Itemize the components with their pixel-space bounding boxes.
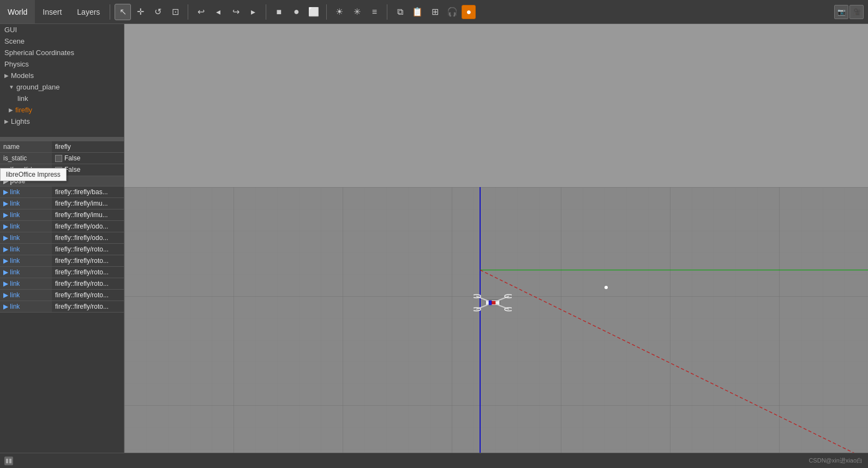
props-link-value-10: firefly::firefly/roto... [52, 289, 124, 301]
tree-label-gui: GUI [4, 26, 17, 34]
props-link-label-1: ▶ link [0, 186, 52, 197]
props-link-value-9: firefly::firefly/roto... [52, 278, 124, 289]
sun-light-button[interactable]: ☀ [331, 4, 348, 20]
spot-light-button[interactable]: ✳ [349, 4, 365, 20]
separator-4 [326, 4, 327, 20]
tree-label-scene: Scene [4, 37, 25, 45]
separator-5 [387, 4, 387, 20]
props-row-is-static: is_static False [0, 153, 124, 164]
copy-button[interactable]: ⧉ [392, 4, 408, 20]
props-row-name: name firefly [0, 141, 124, 153]
play-button[interactable]: ▮▮ [4, 457, 13, 465]
props-link-5[interactable]: ▶ link firefly::firefly/odo... [0, 232, 124, 243]
tree-label-lights: Lights [11, 117, 30, 125]
tree-item-lights[interactable]: ▶ Lights [0, 116, 124, 127]
tree-item-physics[interactable]: Physics [0, 58, 124, 70]
props-link-label-2: ▶ link [0, 197, 52, 209]
video-button[interactable]: 🎥 [849, 5, 864, 19]
select-tool-button[interactable]: ↖ [115, 4, 131, 20]
axis-origin [604, 286, 608, 289]
tree-item-spherical-coords[interactable]: Spherical Coordinates [0, 47, 124, 58]
toolbar-select-tools: ↖ ✛ ↺ ⊡ [112, 4, 185, 20]
separator-2 [188, 4, 188, 20]
undo-prev-button[interactable]: ◂ [210, 4, 226, 20]
props-link-6[interactable]: ▶ link firefly::firefly/roto... [0, 243, 124, 255]
tree-item-firefly[interactable]: ▶ firefly [0, 104, 124, 116]
props-link-value-7: firefly::firefly/roto... [52, 255, 124, 266]
toolbar-lights: ☀ ✳ ≡ [329, 4, 385, 20]
props-link-value-2: firefly::firefly/imu... [52, 197, 124, 209]
record-button[interactable]: ● [462, 5, 476, 19]
tree-item-link[interactable]: link [0, 93, 124, 104]
props-link-value-6: firefly::firefly/roto... [52, 243, 124, 255]
menu-tab-insert[interactable]: Insert [35, 0, 69, 23]
tree-item-models[interactable]: ▶ Models [0, 70, 124, 81]
redo-button[interactable]: ↪ [228, 4, 244, 20]
props-isstatic-label: is_static [0, 153, 52, 164]
toolbar-misc: ⧉ 📋 ⊞ 🎧 ● [390, 4, 478, 20]
redo-next-button[interactable]: ▸ [245, 4, 261, 20]
ground-plane [124, 187, 868, 453]
separator-1 [110, 4, 110, 20]
tree-arrow-lights: ▶ [4, 118, 9, 124]
main-layout: GUI Scene Spherical Coordinates Physics … [0, 24, 868, 453]
tree-label-models: Models [11, 71, 34, 80]
props-link-label-5: ▶ link [0, 232, 52, 243]
menu-tab-world[interactable]: World [0, 0, 35, 23]
sky-background [124, 24, 868, 187]
3d-viewport[interactable] [124, 24, 868, 453]
sphere-shape-button[interactable]: ● [288, 4, 304, 20]
is-static-checkbox[interactable] [55, 155, 62, 162]
props-table: name firefly is_static False self_collid… [0, 141, 124, 313]
scale-tool-button[interactable]: ⊡ [167, 4, 183, 20]
props-link-value-8: firefly::firefly/roto... [52, 266, 124, 278]
grid-button[interactable]: ⊞ [427, 4, 443, 20]
tree-item-ground-plane[interactable]: ▼ ground_plane [0, 81, 124, 93]
props-link-9[interactable]: ▶ link firefly::firefly/roto... [0, 278, 124, 289]
props-link-label-3: ▶ link [0, 209, 52, 220]
tree-item-scene[interactable]: Scene [0, 35, 124, 47]
props-link-1[interactable]: ▶ link firefly::firefly/bas... [0, 186, 124, 197]
props-link-label-7: ▶ link [0, 255, 52, 266]
props-link-label-9: ▶ link [0, 278, 52, 289]
props-name-value: firefly [52, 141, 124, 153]
props-isstatic-value: False [52, 153, 124, 164]
props-link-value-5: firefly::firefly/odo... [52, 232, 124, 243]
props-name-label: name [0, 141, 52, 153]
box-shape-button[interactable]: ■ [271, 4, 287, 20]
props-link-label-8: ▶ link [0, 266, 52, 278]
undo-button[interactable]: ↩ [193, 4, 209, 20]
translate-tool-button[interactable]: ✛ [132, 4, 148, 20]
props-link-8[interactable]: ▶ link firefly::firefly/roto... [0, 266, 124, 278]
props-link-value-11: firefly::firefly/roto... [52, 301, 124, 312]
tree-arrow-ground: ▼ [9, 84, 14, 90]
separator-3 [266, 4, 266, 20]
props-link-7[interactable]: ▶ link firefly::firefly/roto... [0, 255, 124, 266]
watermark-text: CSDN@xin进xiao白 [809, 457, 863, 465]
paste-button[interactable]: 📋 [409, 4, 426, 20]
rotate-tool-button[interactable]: ↺ [149, 4, 166, 20]
props-link-11[interactable]: ▶ link firefly::firefly/roto... [0, 301, 124, 312]
menu-tab-layers[interactable]: Layers [69, 0, 107, 23]
props-link-value-3: firefly::firefly/imu... [52, 209, 124, 220]
camera-buttons: 📷 🎥 [834, 5, 868, 19]
tree-arrow-firefly: ▶ [9, 107, 13, 113]
tree-label-link: link [17, 94, 28, 103]
svg-rect-1 [124, 187, 868, 453]
props-link-10[interactable]: ▶ link firefly::firefly/roto... [0, 289, 124, 301]
directional-light-button[interactable]: ≡ [366, 4, 382, 20]
tree-item-gui[interactable]: GUI [0, 24, 124, 35]
tree-label-spherical: Spherical Coordinates [4, 49, 74, 57]
props-header [0, 137, 124, 141]
tree-label-firefly: firefly [15, 106, 32, 114]
props-link-4[interactable]: ▶ link firefly::firefly/odo... [0, 220, 124, 232]
world-tree: GUI Scene Spherical Coordinates Physics … [0, 24, 124, 127]
props-link-value-1: firefly::firefly/bas... [52, 186, 124, 197]
headphones-button[interactable]: 🎧 [444, 4, 460, 20]
props-link-label-6: ▶ link [0, 243, 52, 255]
grid-svg [124, 187, 868, 453]
cylinder-shape-button[interactable]: ⬜ [306, 4, 322, 20]
props-link-2[interactable]: ▶ link firefly::firefly/imu... [0, 197, 124, 209]
screenshot-button[interactable]: 📷 [834, 5, 848, 19]
props-link-3[interactable]: ▶ link firefly::firefly/imu... [0, 209, 124, 220]
